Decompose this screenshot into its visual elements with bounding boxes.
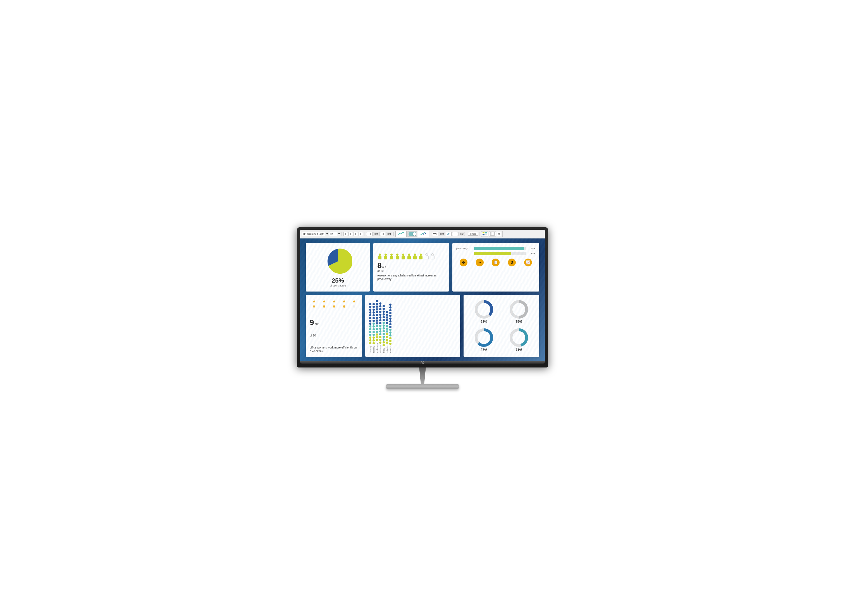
dot-fri-14 — [383, 341, 385, 343]
bar-label-productivity: productivity — [456, 247, 473, 249]
size-group: W↕ 0pt 🔗 H↕ 0pt — [432, 232, 467, 236]
dot-fri-1 — [383, 305, 385, 307]
dot-label-monday: monday — [370, 346, 371, 353]
svg-rect-29 — [419, 256, 422, 260]
picture-btn[interactable]: picture — [468, 232, 478, 236]
font-name-select[interactable]: HP Simplified Light — [302, 232, 325, 236]
monitor-stand-neck — [414, 368, 431, 384]
person-icon-5 — [401, 253, 406, 260]
scatter-btn[interactable] — [418, 231, 429, 238]
font-size-dropdown-icon[interactable]: ▼ — [338, 233, 340, 235]
dot-wed-13 — [376, 333, 378, 336]
dot-sun-8 — [389, 323, 392, 325]
person-icon-1 — [377, 253, 382, 260]
person-icon-8 — [418, 253, 423, 260]
arrow-icon-circle[interactable]: → — [476, 258, 484, 266]
bar-row-1: productivity 97% — [456, 247, 535, 250]
donut-item-87: 87% — [468, 327, 500, 353]
gear-icon-circle[interactable]: ⚙ — [460, 258, 468, 266]
spacing-btn[interactable]: ↕≡ — [380, 232, 386, 236]
dot-sun-3 — [389, 309, 392, 311]
font-size-select[interactable]: 12 — [329, 232, 337, 236]
svg-rect-7 — [483, 234, 484, 235]
person-icon-4 — [395, 253, 400, 260]
svg-point-22 — [402, 254, 404, 256]
dot-mon-7 — [369, 320, 371, 322]
dot-thu-13 — [379, 336, 381, 338]
pie-svg — [324, 247, 352, 275]
align-justify-btn[interactable]: ≡ — [359, 232, 363, 236]
dot-dots-friday — [383, 305, 385, 346]
dot-tue-12 — [373, 334, 375, 336]
dot-sat-10 — [386, 336, 388, 338]
svg-point-1 — [422, 233, 423, 234]
align-center-btn[interactable]: ≡ — [349, 232, 353, 236]
toolbar: HP Simplified Light ▼ 12 ▼ ≡ ≡ ≡ ≡ ↵≡ 0p… — [300, 230, 545, 239]
align-right-btn[interactable]: ≡ — [354, 232, 358, 236]
computer-9: 🖥 — [339, 304, 348, 309]
dot-sat-7 — [386, 327, 388, 330]
toggle-btn[interactable] — [407, 232, 417, 236]
svg-point-4 — [425, 233, 426, 234]
dot-thu-1 — [379, 302, 381, 305]
bar-track-1 — [474, 247, 526, 250]
dot-tue-8 — [373, 323, 375, 325]
svg-point-2 — [423, 233, 424, 235]
width-btn[interactable]: W↕ — [432, 232, 439, 236]
dot-dots-thursday — [379, 302, 381, 344]
donut-svg-63 — [474, 300, 494, 319]
dot-mon-5 — [369, 314, 371, 316]
font-dropdown-icon[interactable]: ▼ — [326, 233, 329, 235]
dot-sat-4 — [386, 319, 388, 321]
dot-wed-15 — [376, 339, 378, 341]
dot-label-sunday: sunday — [390, 346, 392, 353]
dot-fri-9 — [383, 327, 385, 330]
chart-icon-circle[interactable]: 📈 — [524, 258, 532, 266]
donut-svg-71 — [509, 328, 529, 348]
table-grid-btn[interactable] — [489, 231, 496, 237]
dot-fri-2 — [383, 308, 385, 310]
dollar-icon-circle[interactable]: $ — [508, 258, 516, 266]
svg-rect-33 — [431, 256, 434, 260]
monitor-wrapper: HP Simplified Light ▼ 12 ▼ ≡ ≡ ≡ ≡ ↵≡ 0p… — [297, 227, 548, 389]
dot-mon-13 — [369, 336, 371, 339]
clipboard-icon-circle[interactable]: 📋 — [492, 258, 500, 266]
line-chart-btn[interactable] — [395, 231, 406, 238]
dot-dots-monday — [369, 303, 371, 344]
lock-btn[interactable]: 🔗 — [446, 232, 452, 236]
computer-3: 🖥 — [330, 299, 338, 303]
align-left-btn[interactable]: ≡ — [343, 232, 348, 236]
dot-fri-15 — [383, 344, 385, 346]
dot-wed-7 — [376, 317, 378, 319]
person-icon-6 — [406, 253, 412, 260]
dot-chart-area: monday — [369, 299, 456, 353]
dot-mon-4 — [369, 311, 371, 314]
dot-thu-4 — [379, 311, 381, 313]
copy-table-btn[interactable]: ⧉ — [497, 232, 501, 236]
picture-group: picture — [468, 232, 480, 236]
dot-thu-15 — [379, 342, 381, 344]
indent-btn[interactable]: ↵≡ — [366, 232, 373, 236]
svg-point-20 — [396, 254, 399, 256]
dot-sun-13 — [389, 337, 392, 339]
color-grid-btn[interactable] — [481, 231, 489, 237]
action-icons-row: ⚙ → 📋 $ 📈 — [456, 258, 535, 266]
dot-col-saturday: saturday — [386, 311, 388, 353]
dot-tue-13 — [373, 336, 375, 339]
bar-pct-1: 97% — [527, 247, 535, 249]
height-btn[interactable]: H↕ — [452, 232, 458, 236]
person-icon-7 — [412, 253, 418, 260]
donut-label-71: 71% — [515, 348, 522, 352]
dot-sun-2 — [389, 307, 392, 308]
dot-fri-3 — [383, 311, 385, 313]
svg-point-0 — [421, 234, 422, 235]
bar-pct-2: 72% — [527, 252, 535, 255]
dot-fri-12 — [383, 336, 385, 338]
dot-sun-10 — [389, 329, 392, 331]
dot-wed-3 — [376, 305, 378, 308]
dot-wed-5 — [376, 311, 378, 313]
dot-wed-1 — [376, 300, 378, 302]
dot-mon-11 — [369, 331, 371, 333]
svg-rect-5 — [483, 232, 484, 233]
dot-col-wednesday: wednesday — [376, 300, 378, 353]
